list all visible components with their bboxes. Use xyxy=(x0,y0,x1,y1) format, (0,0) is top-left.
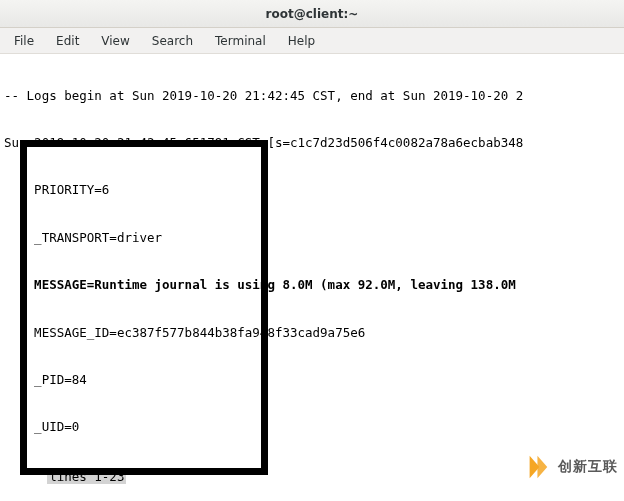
log-line: _PID=84 xyxy=(4,372,620,388)
watermark-icon xyxy=(524,453,552,481)
log-line: PRIORITY=6 xyxy=(4,182,620,198)
log-line: _TRANSPORT=driver xyxy=(4,230,620,246)
log-message-line: MESSAGE=Runtime journal is using 8.0M (m… xyxy=(4,277,620,293)
watermark: 创新互联 xyxy=(524,453,618,481)
menu-file[interactable]: File xyxy=(4,30,44,52)
menu-edit[interactable]: Edit xyxy=(46,30,89,52)
terminal-window: root@client:~ File Edit View Search Term… xyxy=(0,0,624,501)
pager-status-text: lines 1-23 xyxy=(47,469,126,484)
menu-terminal[interactable]: Terminal xyxy=(205,30,276,52)
pager-status: lines 1-23 xyxy=(0,454,128,501)
log-line: -- Logs begin at Sun 2019-10-20 21:42:45… xyxy=(4,88,620,104)
menubar: File Edit View Search Terminal Help xyxy=(0,28,624,54)
menu-help[interactable]: Help xyxy=(278,30,325,52)
terminal-area[interactable]: -- Logs begin at Sun 2019-10-20 21:42:45… xyxy=(0,54,624,501)
log-line: MESSAGE_ID=ec387f577b844b38fa948f33cad9a… xyxy=(4,325,620,341)
titlebar: root@client:~ xyxy=(0,0,624,28)
menu-view[interactable]: View xyxy=(91,30,139,52)
watermark-text: 创新互联 xyxy=(558,458,618,476)
log-line: _UID=0 xyxy=(4,419,620,435)
window-title: root@client:~ xyxy=(266,7,359,21)
menu-search[interactable]: Search xyxy=(142,30,203,52)
log-line: Sun 2019-10-20 21:42:45.651791 CST [s=c1… xyxy=(4,135,620,151)
